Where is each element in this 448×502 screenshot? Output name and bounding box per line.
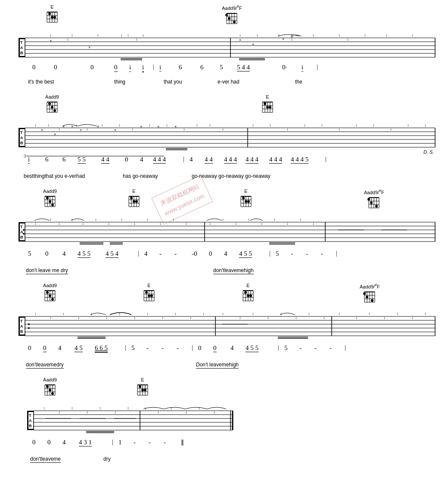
svg-text:↓: ↓	[267, 315, 269, 320]
svg-text:↑: ↑	[252, 312, 254, 316]
numbers-row-2: 3 i 6 6 5 5 4 4 0 4 4 4 4 | 4 4 4 4 4 4 …	[11, 156, 437, 173]
svg-text:↓: ↓	[183, 127, 185, 131]
svg-text:↓: ↓	[209, 221, 211, 226]
svg-text:↑: ↑	[338, 33, 340, 38]
svg-point-250	[49, 294, 51, 297]
svg-point-361	[141, 389, 144, 391]
staff-svg-5: T A B ↑ ↓ ↑ ↓ ↑ ↓ ↑ ↑ ↓ ↑ ↓ ↑	[19, 402, 235, 439]
svg-point-153	[46, 197, 49, 199]
chord-E-3b: E	[239, 189, 253, 210]
svg-rect-365	[27, 429, 34, 430]
svg-text:↑: ↑	[174, 312, 177, 316]
svg-point-165	[130, 197, 133, 199]
svg-text:↑: ↑	[424, 312, 426, 316]
svg-text:↑: ↑	[97, 33, 99, 38]
svg-text:↑: ↑	[222, 312, 224, 316]
svg-text:↓: ↓	[235, 221, 237, 226]
chord-E-4b: E	[241, 283, 255, 304]
svg-point-360	[139, 385, 141, 388]
svg-text:↓: ↓	[162, 315, 164, 320]
svg-text:↑: ↑	[196, 123, 198, 128]
svg-point-88	[264, 102, 266, 105]
svg-text:↑: ↑	[50, 33, 52, 38]
svg-text:↑: ↑	[304, 123, 306, 128]
svg-rect-193	[19, 222, 25, 223]
svg-point-166	[133, 200, 135, 203]
svg-text:↑: ↑	[71, 33, 73, 38]
svg-text:D. S.: D. S.	[423, 149, 434, 155]
svg-text:↑: ↑	[321, 123, 323, 128]
lyrics-row-4: don'tleavemedry Don't leavemehigh	[11, 362, 437, 369]
svg-text:↑: ↑	[95, 217, 97, 222]
svg-text:B: B	[20, 329, 23, 334]
svg-text:↓: ↓	[82, 221, 84, 226]
svg-rect-24	[19, 38, 20, 57]
svg-point-348	[46, 385, 49, 388]
svg-text:×: ×	[174, 124, 177, 129]
svg-point-76	[48, 102, 51, 105]
svg-text:↑: ↑	[396, 312, 398, 316]
svg-point-10	[51, 16, 53, 19]
svg-point-349	[49, 389, 51, 391]
svg-point-273	[244, 291, 247, 294]
svg-text:↓: ↓	[114, 409, 116, 414]
svg-text:↑: ↑	[121, 33, 123, 38]
chord-E-4a: E	[142, 283, 156, 304]
svg-text:↓: ↓	[86, 409, 88, 414]
svg-point-189	[367, 198, 370, 201]
svg-text:T: T	[20, 130, 23, 135]
svg-text:↑: ↑	[278, 33, 280, 38]
svg-point-90	[269, 106, 271, 108]
section-3: Aadd9 E	[9, 189, 439, 275]
svg-text:↓: ↓	[50, 315, 52, 320]
svg-text:↑: ↑	[248, 217, 250, 222]
svg-text:↑: ↑	[121, 217, 123, 222]
svg-point-190	[370, 201, 373, 204]
svg-text:↑: ↑	[202, 312, 205, 316]
svg-text:↑: ↑	[101, 123, 103, 128]
svg-point-196	[23, 233, 25, 235]
svg-text:↑: ↑	[34, 123, 37, 128]
svg-text:↑: ↑	[239, 33, 241, 38]
numbers-row-3: 5 0 4 4 5 5 4 5 4 | 4 - - -0 0 4 4 5 5 |…	[11, 250, 437, 267]
svg-text:T: T	[20, 225, 23, 229]
svg-point-77	[51, 106, 53, 108]
svg-text:↓: ↓	[222, 127, 224, 131]
staff-svg-1: T A B ↑ ↑ ↑ ↑ ↑ ↑ ↓	[11, 29, 437, 64]
staff-svg-4: T A B ↑ ↓ ↑ ↓ ↑ ↓ ↑ ↓ ↑ ↓ ↑ ↓ ↑	[11, 308, 437, 344]
svg-text:×: ×	[157, 124, 159, 129]
chord-Aadd9-5: Aadd9	[43, 377, 57, 399]
svg-text:↓: ↓	[108, 221, 110, 226]
svg-text:↑: ↑	[166, 123, 168, 128]
svg-point-178	[245, 200, 247, 203]
svg-text:↓: ↓	[67, 37, 69, 41]
svg-text:↓: ↓	[185, 221, 187, 226]
svg-text:↑: ↑	[312, 33, 314, 38]
svg-point-263	[150, 294, 153, 297]
svg-text:↓: ↓	[106, 315, 108, 320]
svg-text:↓: ↓	[291, 37, 293, 41]
svg-text:↓: ↓	[239, 315, 241, 320]
chord-diagram	[45, 99, 59, 116]
svg-text:↑: ↑	[424, 123, 426, 128]
svg-text:↑: ↑	[142, 33, 144, 38]
svg-text:↑: ↑	[34, 312, 37, 316]
svg-rect-92	[19, 128, 25, 129]
svg-text:↑: ↑	[71, 406, 73, 411]
svg-text:×: ×	[54, 132, 56, 136]
chord-E-5: E	[136, 377, 149, 399]
svg-point-78	[53, 109, 56, 112]
svg-text:↑: ↑	[386, 33, 388, 38]
chord-Aadd9-3: Aadd9	[43, 189, 57, 210]
svg-text:↓: ↓	[347, 37, 349, 41]
svg-point-262	[148, 294, 150, 297]
staff-svg-3: T A B ↓ ↑ ↓ ↑ ↓ ↑ ↓ ↑ ↓ ↑ ↓ ↑ ↓	[11, 214, 437, 250]
svg-text:A: A	[20, 324, 23, 328]
svg-point-23	[233, 21, 236, 23]
svg-point-21	[225, 14, 228, 16]
svg-point-333	[28, 327, 30, 329]
chord-Aadd9-2: Aadd9	[45, 94, 59, 116]
svg-text:↓: ↓	[390, 127, 392, 131]
numbers-row-5: 0 0 4 4 3 1 | 1 - - - ‖	[19, 439, 235, 456]
svg-text:↓: ↓	[159, 221, 162, 226]
